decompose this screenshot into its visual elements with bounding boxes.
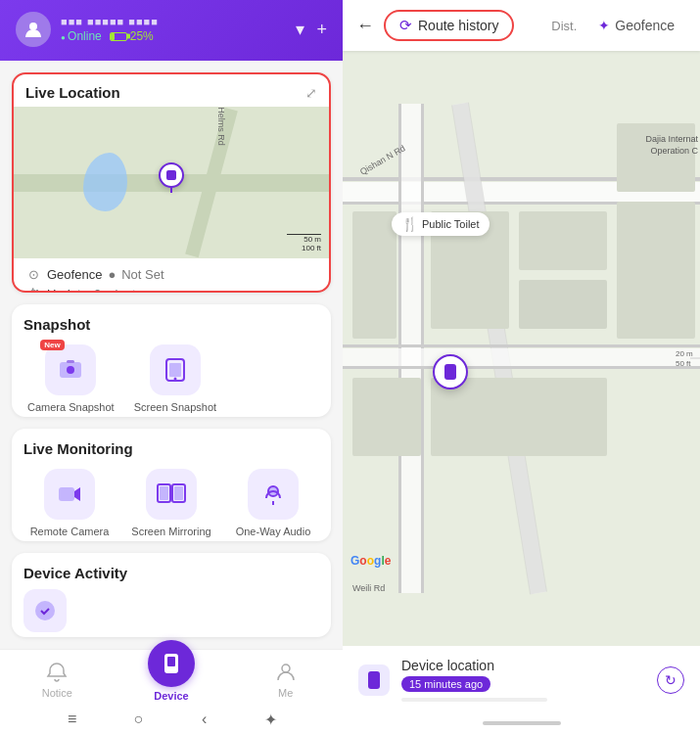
route-history-button[interactable]: ⟳ Route history <box>384 10 514 41</box>
geofence-row: ⊙ Geofence ● Not Set <box>25 266 317 282</box>
geofence-footer-value: ● <box>108 267 116 282</box>
update-label: Update <box>47 287 88 294</box>
device-info: ■■■ ■■■■■ ■■■■ Online 25% <box>61 16 159 43</box>
svg-text:50 ft: 50 ft <box>676 359 691 368</box>
status-online: Online <box>61 29 102 43</box>
map-device-pin-lower <box>433 354 468 389</box>
camera-snapshot-icon-wrap: New <box>45 344 96 395</box>
device-label: Device <box>154 690 188 702</box>
star-btn[interactable]: ✦ <box>260 710 280 729</box>
route-history-label: Route history <box>418 18 498 33</box>
live-location-title: Live Location <box>25 84 120 101</box>
new-badge: New <box>40 340 64 350</box>
svg-rect-1 <box>166 170 176 180</box>
header-actions: ▾ + <box>296 19 327 40</box>
svg-rect-26 <box>343 344 700 347</box>
nav-me[interactable]: Me <box>228 661 343 699</box>
svg-rect-12 <box>174 486 183 500</box>
notice-icon <box>45 661 69 684</box>
device-circle <box>148 640 195 687</box>
left-panel: ■■■ ■■■■■ ■■■■ Online 25% ▾ + Live Locat… <box>0 0 343 733</box>
snapshot-title: Snapshot <box>12 304 331 339</box>
screen-mirroring-item[interactable]: Screen Mirroring <box>125 469 217 537</box>
svg-point-14 <box>35 601 55 620</box>
dropdown-btn[interactable]: ▾ <box>296 19 304 40</box>
back-button[interactable]: ← <box>356 16 374 36</box>
screen-snapshot-label: Screen Snapshot <box>134 401 216 413</box>
svg-rect-42 <box>368 671 380 689</box>
back-sys-btn[interactable]: ‹ <box>195 710 214 729</box>
home-btn[interactable]: ○ <box>128 710 148 729</box>
update-value: 3 minutes ago <box>94 287 174 294</box>
map-road-label: Helms Rd <box>216 107 226 146</box>
nav-notice[interactable]: Notice <box>0 661 115 699</box>
me-icon <box>274 661 298 684</box>
camera-snapshot-label: Camera Snapshot <box>27 401 115 413</box>
svg-point-3 <box>67 366 74 374</box>
svg-rect-27 <box>343 366 700 369</box>
map-container[interactable]: Qishan N Rd Weili Rd 20 m 50 ft 🍴 Public… <box>343 51 700 646</box>
right-panel: ← ⟳ Route history Dist. ✦ Geofence <box>343 0 700 733</box>
avatar <box>16 12 51 47</box>
svg-rect-30 <box>519 280 607 329</box>
svg-rect-41 <box>444 364 456 380</box>
location-time: 15 minutes ago <box>401 676 490 692</box>
remote-camera-icon <box>44 469 95 520</box>
remote-camera-label: Remote Camera <box>30 526 110 537</box>
audio-icon <box>248 469 299 520</box>
geofence-not-set: Not Set <box>121 267 163 282</box>
location-line <box>401 698 547 702</box>
battery-percent: 25% <box>130 29 154 43</box>
snapshot-card: Snapshot New Camera Snapshot <box>12 304 331 417</box>
system-bar: ≡ ○ ‹ ✦ <box>0 706 343 733</box>
scale-100ft: 100 ft <box>287 244 321 252</box>
nav-device[interactable]: Device <box>115 658 229 702</box>
monitor-grid: Remote Camera Screen Mirroring <box>12 463 331 541</box>
map-location-pin <box>159 162 184 188</box>
svg-rect-33 <box>617 202 695 339</box>
device-activity-card: Device Activity <box>12 553 331 637</box>
expand-icon[interactable]: ⤢ <box>305 85 317 101</box>
activity-icon <box>23 589 67 632</box>
camera-snapshot-item[interactable]: New Camera Snapshot <box>27 344 115 413</box>
add-btn[interactable]: + <box>316 20 327 40</box>
screen-snapshot-icon-wrap <box>150 344 201 395</box>
screen-mirroring-label: Screen Mirroring <box>131 526 210 537</box>
activity-preview <box>12 589 331 637</box>
poi-icon: 🍴 <box>401 216 418 232</box>
svg-rect-8 <box>59 487 74 501</box>
battery-icon <box>110 32 127 41</box>
svg-rect-29 <box>519 211 607 270</box>
home-indicator <box>483 721 561 725</box>
svg-rect-35 <box>352 378 421 456</box>
svg-point-7 <box>173 378 176 381</box>
activity-title: Device Activity <box>12 553 331 589</box>
map-header: ← ⟳ Route history Dist. ✦ Geofence <box>343 0 700 51</box>
google-logo: Google <box>350 554 391 568</box>
update-row: ⏱ Update 3 minutes ago <box>25 286 317 293</box>
geofence-footer-label: Geofence <box>47 267 102 282</box>
remote-camera-item[interactable]: Remote Camera <box>23 469 116 537</box>
notice-label: Notice <box>42 687 72 699</box>
right-system-bar <box>343 713 700 733</box>
me-label: Me <box>278 687 293 699</box>
map-bg: Helms Rd 50 m 100 ft <box>14 107 329 258</box>
battery-display: 25% <box>110 29 154 43</box>
screen-snapshot-item[interactable]: Screen Snapshot <box>134 344 216 413</box>
header-left: ■■■ ■■■■■ ■■■■ Online 25% <box>16 12 159 47</box>
building-label: Dajia Internat Operation C <box>630 134 698 157</box>
map-area[interactable]: Helms Rd 50 m 100 ft <box>14 107 329 258</box>
map-scale: 50 m 100 ft <box>287 234 321 252</box>
location-name: Device location <box>401 658 645 673</box>
refresh-button[interactable]: ↻ <box>657 666 684 694</box>
route-icon: ⟳ <box>399 17 412 34</box>
map-full: Qishan N Rd Weili Rd 20 m 50 ft 🍴 Public… <box>343 51 700 646</box>
menu-btn[interactable]: ≡ <box>63 710 82 729</box>
bottom-nav: Notice Device Me <box>0 649 343 706</box>
geofence-header-icon: ✦ <box>598 18 610 33</box>
audio-item[interactable]: One-Way Audio <box>227 469 319 537</box>
poi-label: Public Toilet <box>422 218 480 230</box>
location-info: Device location 15 minutes ago <box>401 658 645 702</box>
live-location-header: Live Location ⤢ <box>14 74 329 107</box>
geofence-button[interactable]: ✦ Geofence <box>586 13 686 38</box>
